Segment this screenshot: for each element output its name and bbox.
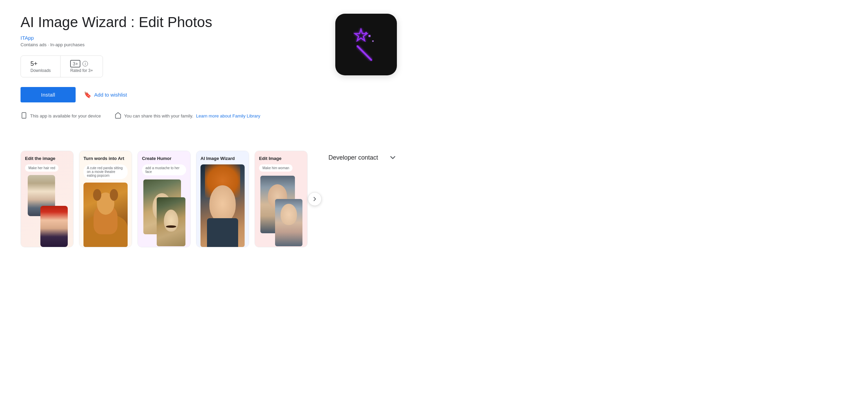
app-title: AI Image Wizard : Edit Photos <box>21 14 322 31</box>
card3-prompt: add a mustache to her face <box>142 164 186 175</box>
card3-image <box>142 179 186 247</box>
card1-prompt: Make her hair red <box>25 164 59 172</box>
wishlist-label: Add to wishlist <box>94 92 127 98</box>
screenshot-card-humor[interactable]: Create Humor add a mustache to her face <box>138 151 191 247</box>
developer-contact-section: Developer contact <box>328 151 397 164</box>
install-button[interactable]: Install <box>21 87 76 102</box>
svg-marker-3 <box>355 29 367 41</box>
wishlist-icon: 🔖 <box>84 91 91 99</box>
app-icon <box>335 14 397 75</box>
card3-title: Create Humor <box>142 156 186 162</box>
rating-label: Rated for 3+ <box>70 68 93 73</box>
card2-title: Turn words into Art <box>83 156 128 162</box>
svg-rect-0 <box>22 113 26 119</box>
stats-row: 5+ Downloads 3+ i Rated for 3+ <box>21 55 103 77</box>
card2-image <box>83 183 128 247</box>
family-text: You can share this with your family. <box>124 113 193 119</box>
card4-image <box>200 164 245 247</box>
card2-prompt: A cute red panda sitting on a movie thea… <box>83 164 128 179</box>
downloads-value: 5+ <box>30 60 51 67</box>
svg-point-6 <box>365 32 367 33</box>
screenshot-card-words[interactable]: Turn words into Art A cute red panda sit… <box>79 151 132 247</box>
screenshots-section: Edit the image Make her hair red <box>21 151 397 247</box>
card5-prompt: Make him woman <box>259 164 293 172</box>
svg-point-5 <box>372 40 374 42</box>
action-row: Install 🔖 Add to wishlist <box>21 87 322 102</box>
developer-name[interactable]: ITApp <box>21 35 322 41</box>
family-icon <box>115 112 121 120</box>
downloads-stat: 5+ Downloads <box>21 56 60 77</box>
next-arrow-button[interactable] <box>308 192 322 206</box>
downloads-label: Downloads <box>30 68 51 73</box>
device-icon <box>21 112 27 120</box>
screenshot-card-edit2[interactable]: Edit Image Make him woman <box>255 151 308 247</box>
rating-value: 3+ i <box>70 60 93 67</box>
rating-stat: 3+ i Rated for 3+ <box>60 56 102 77</box>
card4-title: AI Image Wizard <box>200 156 245 162</box>
family-availability: You can share this with your family. Lea… <box>115 112 260 120</box>
family-library-link[interactable]: Learn more about Family Library <box>196 113 260 119</box>
screenshots-wrapper: Edit the image Make her hair red <box>21 151 315 247</box>
chevron-down-icon <box>389 153 397 162</box>
device-availability: This app is available for your device <box>21 112 101 120</box>
svg-point-4 <box>368 35 371 37</box>
svg-line-2 <box>358 46 371 60</box>
app-meta: Contains ads · In-app purchases <box>21 42 322 47</box>
info-icon[interactable]: i <box>82 61 88 66</box>
rating-badge: 3+ <box>70 60 80 67</box>
card5-image <box>259 175 303 247</box>
availability-row: This app is available for your device Yo… <box>21 112 322 120</box>
screenshot-card-edit-image[interactable]: Edit the image Make her hair red <box>21 151 74 247</box>
card1-title: Edit the image <box>25 156 69 162</box>
screenshots-row: Edit the image Make her hair red <box>21 151 315 247</box>
card1-image <box>25 175 69 247</box>
developer-contact-title: Developer contact <box>328 154 378 161</box>
device-text: This app is available for your device <box>30 113 101 119</box>
wishlist-button[interactable]: 🔖 Add to wishlist <box>84 91 127 99</box>
screenshot-card-wizard[interactable]: AI Image Wizard <box>196 151 249 247</box>
developer-contact-header[interactable]: Developer contact <box>328 151 397 164</box>
card5-title: Edit Image <box>259 156 303 162</box>
